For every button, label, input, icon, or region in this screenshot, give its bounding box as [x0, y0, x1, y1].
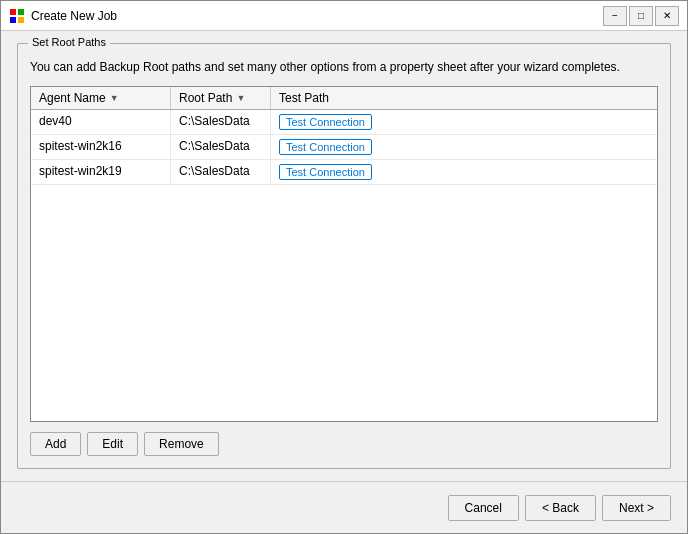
test-connection-button-1[interactable]: Test Connection	[279, 139, 372, 155]
table-body: dev40 C:\SalesData Test Connection spite…	[31, 110, 657, 421]
agent-filter-icon: ▼	[110, 93, 119, 103]
set-root-paths-group: Set Root Paths You can add Backup Root p…	[17, 43, 671, 469]
cell-root-1: C:\SalesData	[171, 135, 271, 159]
cell-agent-0: dev40	[31, 110, 171, 134]
main-window: Create New Job − □ ✕ Set Root Paths You …	[0, 0, 688, 534]
root-paths-table: Agent Name ▼ Root Path ▼ Test Path dev40	[30, 86, 658, 422]
table-row: dev40 C:\SalesData Test Connection	[31, 110, 657, 135]
main-content: Set Root Paths You can add Backup Root p…	[1, 31, 687, 481]
table-row: spitest-win2k16 C:\SalesData Test Connec…	[31, 135, 657, 160]
cell-test-0: Test Connection	[271, 110, 657, 134]
svg-rect-1	[18, 9, 24, 15]
cell-root-0: C:\SalesData	[171, 110, 271, 134]
test-connection-button-2[interactable]: Test Connection	[279, 164, 372, 180]
table-header: Agent Name ▼ Root Path ▼ Test Path	[31, 87, 657, 110]
group-box-label: Set Root Paths	[28, 36, 110, 48]
root-filter-icon: ▼	[236, 93, 245, 103]
add-button[interactable]: Add	[30, 432, 81, 456]
table-row: spitest-win2k19 C:\SalesData Test Connec…	[31, 160, 657, 185]
col-header-test: Test Path	[271, 87, 657, 109]
edit-button[interactable]: Edit	[87, 432, 138, 456]
title-bar: Create New Job − □ ✕	[1, 1, 687, 31]
cell-agent-1: spitest-win2k16	[31, 135, 171, 159]
cell-test-2: Test Connection	[271, 160, 657, 184]
svg-rect-2	[10, 17, 16, 23]
remove-button[interactable]: Remove	[144, 432, 219, 456]
cell-root-2: C:\SalesData	[171, 160, 271, 184]
cell-test-1: Test Connection	[271, 135, 657, 159]
next-button[interactable]: Next >	[602, 495, 671, 521]
col-header-root[interactable]: Root Path ▼	[171, 87, 271, 109]
minimize-button[interactable]: −	[603, 6, 627, 26]
window-controls: − □ ✕	[603, 6, 679, 26]
svg-rect-3	[18, 17, 24, 23]
cell-agent-2: spitest-win2k19	[31, 160, 171, 184]
svg-rect-0	[10, 9, 16, 15]
cancel-button[interactable]: Cancel	[448, 495, 519, 521]
info-text: You can add Backup Root paths and set ma…	[30, 60, 658, 74]
test-connection-button-0[interactable]: Test Connection	[279, 114, 372, 130]
col-header-agent[interactable]: Agent Name ▼	[31, 87, 171, 109]
window-title: Create New Job	[31, 9, 603, 23]
back-button[interactable]: < Back	[525, 495, 596, 521]
maximize-button[interactable]: □	[629, 6, 653, 26]
bottom-bar: Cancel < Back Next >	[1, 481, 687, 533]
app-icon	[9, 8, 25, 24]
action-buttons: Add Edit Remove	[30, 432, 658, 456]
close-button[interactable]: ✕	[655, 6, 679, 26]
